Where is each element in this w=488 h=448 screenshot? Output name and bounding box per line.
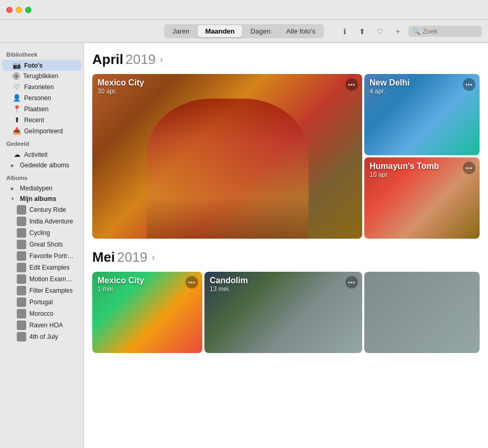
mexico-city-mei-place: Mexico City (97, 276, 144, 285)
album-item-morocco[interactable]: Morocco (2, 308, 81, 319)
album-item-century-ride[interactable]: Century Ride (2, 204, 81, 216)
album-thumb-favorite-portrait (17, 251, 26, 261)
mijn-albums-arrow: ▼ (8, 197, 17, 201)
tab-maanden[interactable]: Maanden (198, 25, 242, 37)
mexico-city-mei-date: 1 mei. (97, 285, 144, 293)
april-2019-header: April 2019 › (92, 51, 480, 68)
mei-photo-grid: Mexico City 1 mei. ••• Candolim 13 mei. … (92, 272, 480, 353)
info-button[interactable]: ℹ (337, 24, 352, 39)
album-thumb-raven-hoa (17, 321, 26, 330)
album-item-india-adventure[interactable]: India Adventure (2, 216, 81, 227)
content-area: April 2019 › Mexico City 30 apr. ••• (84, 43, 488, 448)
mediatypen-arrow: ▶ (8, 186, 17, 191)
tab-dagen[interactable]: Dagen (243, 25, 278, 37)
album-item-great-shots[interactable]: Great Shots (2, 239, 81, 250)
section-label-gedeeld: Gedeeld (0, 136, 83, 149)
new-delhi-more[interactable]: ••• (463, 78, 475, 91)
geimporteerd-label: Geïmporteerd (24, 127, 63, 135)
favorieten-icon: ♡ (13, 83, 21, 91)
album-item-motion-examples[interactable]: Motion Examples (2, 273, 81, 285)
album-thumb-portugal (17, 297, 26, 307)
main-area: Bibliotheek 📷 Foto's ⊕ Terugblikken ♡ Fa… (0, 43, 488, 448)
search-box[interactable]: 🔍 (408, 26, 482, 37)
new-delhi-date: 4 apr. (370, 88, 409, 95)
gedeelde-albums-label: Gedeelde albums (20, 162, 69, 169)
photo-mexico-city-mei[interactable]: Mexico City 1 mei. ••• (92, 272, 202, 353)
sidebar-item-mijn-albums[interactable]: ▼ Mijn albums (2, 194, 81, 204)
sidebar-item-plaatsen[interactable]: 📍 Plaatsen (2, 103, 81, 114)
new-delhi-label: New Delhi 4 apr. (370, 78, 409, 95)
mexico-city-april-more[interactable]: ••• (345, 78, 358, 91)
album-item-filter-examples[interactable]: Filter Examples (2, 285, 81, 296)
candolim-more[interactable]: ••• (345, 276, 358, 289)
album-thumb-century-ride (17, 205, 26, 215)
sidebar-item-recent[interactable]: ⬆ Recent (2, 114, 81, 125)
album-label-motion-examples: Motion Examples (29, 275, 75, 283)
album-thumb-india-adventure (17, 217, 26, 226)
more-icon-3: ••• (465, 165, 473, 171)
maximize-button[interactable] (25, 7, 31, 13)
recent-label: Recent (24, 116, 44, 124)
photo-mexico-city-april[interactable]: Mexico City 30 apr. ••• (92, 74, 362, 239)
april-month-title: April (92, 51, 123, 68)
album-label-favorite-portrait: Favorite Portrait... (29, 252, 75, 260)
plaatsen-icon: 📍 (13, 105, 21, 113)
candolim-label: Candolim 13 mei. (210, 276, 248, 293)
sidebar-item-fotos[interactable]: 📷 Foto's (2, 60, 81, 71)
geimporteerd-icon: 📥 (13, 127, 21, 135)
heart-button[interactable]: ♡ (373, 24, 387, 39)
minimize-button[interactable] (16, 7, 22, 13)
recent-icon: ⬆ (13, 116, 21, 124)
add-button[interactable]: ＋ (391, 24, 405, 39)
sidebar-item-geimporteerd[interactable]: 📥 Geïmporteerd (2, 125, 81, 136)
mei-year: 2019 (117, 249, 147, 265)
album-thumb-cycling (17, 228, 26, 238)
album-label-century-ride: Century Ride (29, 206, 66, 214)
tab-jaren[interactable]: Jaren (165, 25, 197, 37)
album-item-raven-hoa[interactable]: Raven HOA (2, 319, 81, 331)
mei-month-title: Mei (92, 249, 115, 265)
sidebar-item-mediatypen[interactable]: ▶ Mediatypen (2, 183, 81, 194)
tab-alle[interactable]: Alle foto's (279, 25, 323, 37)
album-item-edit-examples[interactable]: Edit Examples (2, 262, 81, 273)
favorieten-label: Favorieten (24, 83, 54, 91)
info-icon: ℹ (343, 27, 346, 36)
share-button[interactable]: ⬆ (355, 24, 370, 39)
album-item-portugal[interactable]: Portugal (2, 296, 81, 308)
candolim-date: 13 mei. (210, 285, 248, 293)
sidebar-item-favorieten[interactable]: ♡ Favorieten (2, 81, 81, 92)
more-icon-5: ••• (348, 280, 355, 285)
album-thumb-morocco (17, 309, 26, 318)
close-button[interactable] (6, 7, 13, 13)
mei-chevron[interactable]: › (151, 252, 155, 263)
toolbar: Jaren Maanden Dagen Alle foto's ℹ ⬆ ♡ ＋ … (0, 20, 488, 43)
photo-humayun-tomb[interactable]: Humayun's Tomb 10 apr. ••• (364, 157, 480, 239)
album-thumb-filter-examples (17, 286, 26, 295)
sidebar-item-personen[interactable]: 👤 Personen (2, 92, 81, 103)
sidebar-item-terugblikken[interactable]: ⊕ Terugblikken (2, 71, 81, 81)
mexico-city-mei-more[interactable]: ••• (186, 276, 198, 289)
more-icon: ••• (348, 82, 355, 88)
activiteit-label: Activiteit (24, 151, 48, 158)
humayun-label: Humayun's Tomb 10 apr. (370, 162, 439, 178)
album-item-4th-of-july[interactable]: 4th of July (2, 331, 81, 343)
personen-label: Personen (24, 94, 51, 102)
sidebar-item-gedeelde-albums[interactable]: ▶ Gedeelde albums (2, 160, 81, 170)
search-input[interactable] (422, 27, 478, 35)
photo-mei-third[interactable] (364, 272, 480, 353)
photo-new-delhi[interactable]: New Delhi 4 apr. ••• (364, 74, 480, 155)
photo-candolim[interactable]: Candolim 13 mei. ••• (204, 272, 362, 353)
mei-2019-header: Mei 2019 › (92, 249, 480, 265)
mediatypen-label: Mediatypen (20, 185, 52, 192)
april-photo-grid: Mexico City 30 apr. ••• New Delhi 4 apr.… (92, 74, 480, 239)
tab-group: Jaren Maanden Dagen Alle foto's (164, 24, 324, 38)
album-item-cycling[interactable]: Cycling (2, 227, 81, 239)
april-chevron[interactable]: › (160, 54, 163, 65)
sidebar-item-activiteit[interactable]: ☁ Activiteit (2, 149, 81, 160)
album-label-edit-examples: Edit Examples (29, 264, 70, 271)
album-item-favorite-portrait[interactable]: Favorite Portrait... (2, 250, 81, 262)
humayun-more[interactable]: ••• (463, 162, 475, 174)
candolim-place: Candolim (210, 276, 248, 285)
plaatsen-label: Plaatsen (24, 105, 49, 113)
humayun-place: Humayun's Tomb (370, 162, 439, 171)
